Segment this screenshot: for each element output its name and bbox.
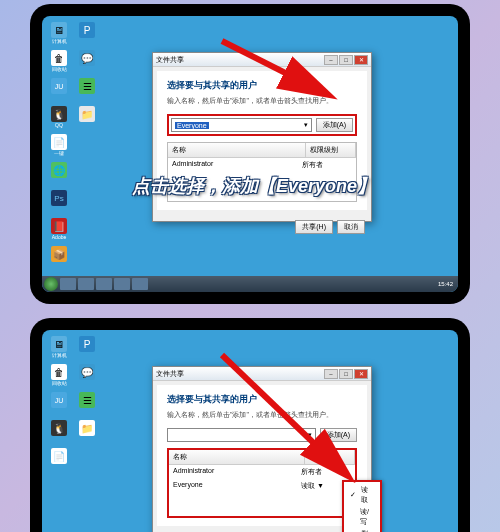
- system-tray[interactable]: 15:42: [438, 281, 456, 287]
- col-perm[interactable]: 权限级别: [306, 143, 356, 157]
- desktop-icon[interactable]: 📁: [76, 420, 98, 446]
- close-button[interactable]: ✕: [354, 55, 368, 65]
- desktop-icons: 🖥计算机 P 🗑回收站 💬 JU ☰ 🐧 📁 📄: [48, 336, 98, 474]
- cancel-button[interactable]: 取消: [337, 220, 365, 234]
- desktop-icon[interactable]: P: [76, 336, 98, 362]
- desktop-icon[interactable]: 🖥计算机: [48, 22, 70, 48]
- desktop-icon[interactable]: 🗑回收站: [48, 50, 70, 76]
- desktop-icon[interactable]: 🐧QQ: [48, 106, 70, 132]
- desktop-icon[interactable]: ☰: [76, 78, 98, 104]
- col-name[interactable]: 名称: [168, 143, 306, 157]
- dialog-heading: 选择要与其共享的用户: [167, 393, 357, 406]
- desktop-icon[interactable]: 🐧: [48, 420, 70, 446]
- start-button[interactable]: [44, 277, 58, 291]
- desktop-icon[interactable]: Ps: [48, 190, 70, 216]
- maximize-button[interactable]: □: [339, 369, 353, 379]
- maximize-button[interactable]: □: [339, 55, 353, 65]
- taskbar-icon[interactable]: [78, 278, 94, 290]
- desktop-icon[interactable]: 📕Adobe: [48, 218, 70, 244]
- dialog-titlebar[interactable]: 文件共享 – □ ✕: [153, 367, 371, 381]
- desktop-icon[interactable]: 💬: [76, 364, 98, 390]
- dialog-title: 文件共享: [156, 369, 184, 379]
- desktop-icons: 🖥计算机 P 🗑回收站 💬 JU ☰ 🐧QQ 📁 📄一键 🌐: [48, 22, 98, 272]
- desktop-icon[interactable]: JU: [48, 392, 70, 418]
- permission-menu: 读取 读/写 删除: [342, 480, 382, 532]
- dialog-heading: 选择要与其共享的用户: [167, 79, 357, 92]
- combo-selected: Everyone: [175, 122, 209, 129]
- taskbar-icon[interactable]: [114, 278, 130, 290]
- perm-option-readwrite[interactable]: 读/写: [346, 506, 378, 528]
- minimize-button[interactable]: –: [324, 369, 338, 379]
- tablet-frame-1: 🖥计算机 P 🗑回收站 💬 JU ☰ 🐧QQ 📁 📄一键 🌐: [30, 4, 470, 304]
- desktop-icon[interactable]: ☰: [76, 392, 98, 418]
- file-sharing-dialog: 文件共享 – □ ✕ 选择要与其共享的用户 输入名称，然后单击"添加"，或者单击…: [152, 366, 372, 532]
- desktop-icon[interactable]: 📄一键: [48, 134, 70, 160]
- taskbar-icon[interactable]: [60, 278, 76, 290]
- user-row[interactable]: Everyone 读取 ▼: [169, 479, 355, 493]
- dialog-titlebar[interactable]: 文件共享 – □ ✕: [153, 53, 371, 67]
- desktop-2: 🖥计算机 P 🗑回收站 💬 JU ☰ 🐧 📁 📄 文件共享: [42, 330, 458, 532]
- perm-option-read[interactable]: 读取: [346, 484, 378, 506]
- chevron-down-icon[interactable]: ▾: [308, 431, 312, 439]
- minimize-button[interactable]: –: [324, 55, 338, 65]
- user-input-highlight: Everyone ▾ 添加(A): [167, 114, 357, 136]
- perm-option-remove[interactable]: 删除: [346, 528, 378, 532]
- desktop-icon[interactable]: 🌐: [48, 162, 70, 188]
- user-row[interactable]: Administrator 所有者: [169, 465, 355, 479]
- dialog-subtext: 输入名称，然后单击"添加"，或者单击箭头查找用户。: [167, 96, 357, 106]
- add-button[interactable]: 添加(A): [316, 118, 353, 132]
- desktop-icon[interactable]: 🗑回收站: [48, 364, 70, 390]
- add-button[interactable]: 添加(A): [320, 428, 357, 442]
- col-perm[interactable]: 权限级别: [305, 450, 355, 464]
- col-name[interactable]: 名称: [169, 450, 305, 464]
- user-row[interactable]: Administrator 所有者: [168, 158, 356, 172]
- dialog-title: 文件共享: [156, 55, 184, 65]
- user-combobox[interactable]: Everyone ▾: [171, 118, 312, 132]
- user-combobox[interactable]: ▾: [167, 428, 316, 442]
- tablet-frame-2: 🖥计算机 P 🗑回收站 💬 JU ☰ 🐧 📁 📄 文件共享: [30, 318, 470, 532]
- close-button[interactable]: ✕: [354, 369, 368, 379]
- desktop-icon[interactable]: 📄: [48, 448, 70, 474]
- desktop-icon[interactable]: 📦: [48, 246, 70, 272]
- desktop-icon[interactable]: 💬: [76, 50, 98, 76]
- desktop-1: 🖥计算机 P 🗑回收站 💬 JU ☰ 🐧QQ 📁 📄一键 🌐: [42, 16, 458, 292]
- taskbar-icon[interactable]: [96, 278, 112, 290]
- user-list-highlight: 名称 权限级别 Administrator 所有者 Everyone 读取 ▼: [167, 448, 357, 518]
- desktop-icon[interactable]: JU: [48, 78, 70, 104]
- desktop-icon[interactable]: 📁: [76, 106, 98, 132]
- share-button[interactable]: 共享(H): [295, 220, 333, 234]
- chevron-down-icon[interactable]: ▾: [304, 121, 308, 129]
- taskbar: 15:42: [42, 276, 458, 292]
- annotation-text: 点击选择，添加【Everyone】: [132, 174, 375, 198]
- dialog-subtext: 输入名称，然后单击"添加"，或者单击箭头查找用户。: [167, 410, 357, 420]
- taskbar-icon[interactable]: [132, 278, 148, 290]
- desktop-icon[interactable]: 🖥计算机: [48, 336, 70, 362]
- desktop-icon[interactable]: P: [76, 22, 98, 48]
